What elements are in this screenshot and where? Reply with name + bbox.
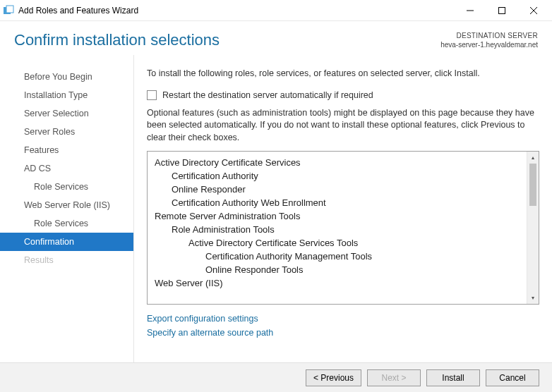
titlebar: Add Roles and Features Wizard [0,0,552,21]
nav-item-ad-cs[interactable]: AD CS [0,159,133,178]
intro-text: To install the following roles, role ser… [147,68,539,80]
nav-item-role-services[interactable]: Role Services [0,178,133,196]
selection-item: Active Directory Certificate Services To… [155,236,520,250]
next-button: Next > [367,369,421,386]
selection-item: Certification Authority Web Enrollment [155,196,520,209]
destination-server: DESTINATION SERVER heva-server-1.heyvald… [440,31,538,49]
scroll-up-icon[interactable]: ▴ [527,152,539,164]
nav-item-web-server-role-iis-[interactable]: Web Server Role (IIS) [0,196,133,214]
wizard-footer: < Previous Next > Install Cancel [0,362,552,392]
restart-checkbox[interactable] [147,90,157,100]
selection-item: Active Directory Certificate Services [155,156,520,169]
nav-item-features[interactable]: Features [0,141,133,159]
cancel-button[interactable]: Cancel [486,369,539,386]
scrollbar[interactable]: ▴ ▾ [527,152,539,304]
destination-value: heva-server-1.heyvaldemar.net [440,40,538,49]
svg-line-5 [530,7,537,14]
optional-features-note: Optional features (such as administratio… [147,107,539,145]
selection-item: Online Responder Tools [155,263,520,276]
selections-list: Active Directory Certificate ServicesCer… [148,152,527,304]
page-title: Confirm installation selections [14,31,220,49]
scroll-thumb[interactable] [529,164,536,206]
selection-item: Role Administration Tools [155,223,520,236]
restart-checkbox-row: Restart the destination server automatic… [147,90,539,100]
links: Export configuration settings Specify an… [147,305,539,347]
svg-line-4 [530,7,537,14]
app-icon [3,5,14,16]
nav-item-server-selection[interactable]: Server Selection [0,104,133,123]
destination-label: DESTINATION SERVER [440,31,538,40]
nav-item-results: Results [0,251,133,269]
previous-button[interactable]: < Previous [306,369,361,386]
alternate-source-link[interactable]: Specify an alternate source path [147,326,539,340]
nav-item-server-roles[interactable]: Server Roles [0,123,133,141]
selection-item: Online Responder [155,183,520,196]
restart-checkbox-label: Restart the destination server automatic… [162,90,373,100]
selection-item: Certification Authority Management Tools [155,250,520,263]
nav-item-confirmation[interactable]: Confirmation [0,233,133,251]
window-title: Add Roles and Features Wizard [18,6,454,16]
nav-item-before-you-begin[interactable]: Before You Begin [0,68,133,86]
scroll-down-icon[interactable]: ▾ [527,292,539,304]
wizard-nav: Before You BeginInstallation TypeServer … [0,55,134,362]
main-panel: To install the following roles, role ser… [134,55,552,362]
svg-rect-3 [498,7,505,13]
page-header: Confirm installation selections DESTINAT… [0,21,552,55]
export-config-link[interactable]: Export configuration settings [147,312,539,326]
selection-item: Certification Authority [155,169,520,183]
install-button[interactable]: Install [426,369,480,386]
minimize-button[interactable] [454,0,486,21]
nav-item-role-services[interactable]: Role Services [0,214,133,233]
close-button[interactable] [517,0,549,21]
selection-item: Remote Server Administration Tools [155,209,520,223]
selection-item: Web Server (IIS) [155,276,520,290]
maximize-button[interactable] [486,0,517,21]
window-controls [454,0,549,21]
nav-item-installation-type[interactable]: Installation Type [0,86,133,104]
selections-listbox: Active Directory Certificate ServicesCer… [147,151,539,305]
svg-rect-1 [6,6,13,13]
